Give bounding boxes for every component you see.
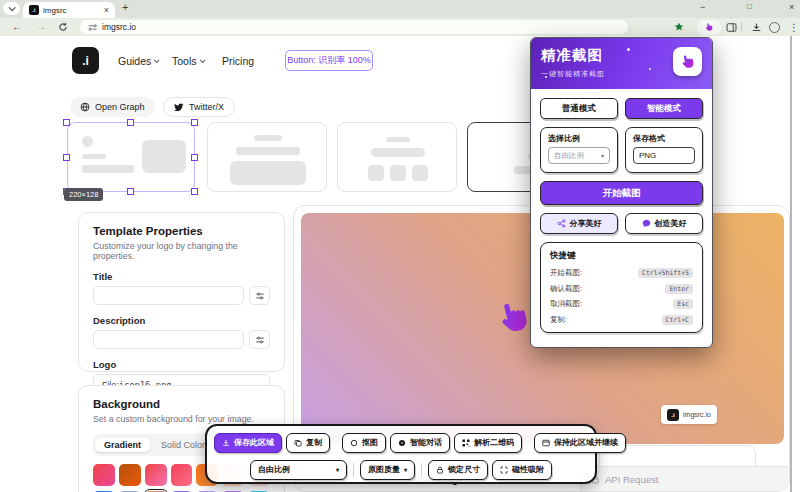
cutout-button[interactable]: 抠图 bbox=[342, 433, 386, 453]
title-options-button[interactable] bbox=[249, 286, 270, 305]
skeleton-line bbox=[236, 147, 300, 155]
tab-close-icon[interactable]: × bbox=[104, 6, 109, 15]
browser-tab[interactable]: .i imgsrc × bbox=[23, 2, 115, 18]
skeleton-line bbox=[254, 135, 282, 141]
gradient-swatch[interactable] bbox=[145, 464, 167, 486]
start-capture-button[interactable]: 开始截图 bbox=[540, 181, 703, 205]
star-icon bbox=[674, 22, 684, 32]
chat-bubble-icon bbox=[398, 439, 406, 447]
tab-twitter-x[interactable]: Twitter/X bbox=[163, 97, 235, 117]
selection-handle[interactable] bbox=[191, 188, 198, 195]
minimize-button[interactable]: − bbox=[700, 2, 705, 12]
forward-button[interactable]: → bbox=[36, 21, 46, 32]
normal-mode-button[interactable]: 普通模式 bbox=[540, 98, 618, 119]
selection-handle[interactable] bbox=[63, 119, 70, 126]
screenshot-extension-icon bbox=[704, 22, 714, 32]
browser-menu-button[interactable]: ⋮ bbox=[787, 20, 800, 34]
tab-open-graph[interactable]: Open Graph bbox=[70, 97, 155, 117]
screenshot-root: .i imgsrc × + − □ × ← → imgsrc.io bbox=[0, 0, 800, 492]
bookmark-star-icon[interactable] bbox=[672, 20, 686, 34]
skeleton-block bbox=[390, 165, 406, 181]
selection-handle[interactable] bbox=[127, 188, 134, 195]
chat-icon bbox=[642, 219, 651, 228]
page-scrollbar[interactable] bbox=[790, 36, 792, 492]
quality-dropdown[interactable]: 原图质量 ▾ bbox=[360, 460, 415, 480]
parse-qr-button[interactable]: 解析二维码 bbox=[454, 433, 522, 453]
side-panel-button[interactable] bbox=[724, 20, 738, 34]
maximize-button[interactable]: □ bbox=[747, 2, 752, 11]
back-button[interactable]: ← bbox=[12, 21, 22, 32]
nav-item-guides[interactable]: Guides bbox=[118, 55, 158, 67]
save-region-button[interactable]: 保存此区域 bbox=[214, 433, 282, 453]
gradient-swatch[interactable] bbox=[171, 464, 193, 486]
smart-chat-button[interactable]: 智能对话 bbox=[390, 433, 450, 453]
chevron-down-icon bbox=[154, 57, 160, 63]
extension-pinned-button[interactable] bbox=[697, 20, 721, 35]
selection-size-badge: 220×128 bbox=[64, 188, 103, 201]
browser-toolbar: ← → imgsrc.io ⋮ bbox=[0, 18, 800, 36]
save-icon bbox=[222, 439, 230, 447]
browser-tab-strip: .i imgsrc × + − □ × bbox=[0, 0, 800, 18]
sparkle-icon bbox=[627, 48, 630, 51]
ratio-select[interactable]: 自由比例 ▾ bbox=[548, 147, 610, 164]
share-icon bbox=[557, 219, 566, 228]
selection-handle[interactable] bbox=[191, 154, 198, 161]
site-logo[interactable]: .i bbox=[72, 47, 99, 74]
description-options-button[interactable] bbox=[249, 330, 270, 349]
template-card[interactable] bbox=[207, 122, 327, 192]
qr-code-icon bbox=[462, 439, 470, 447]
downloads-button[interactable] bbox=[749, 20, 763, 34]
share-button[interactable]: 分享美好 bbox=[540, 213, 618, 234]
panel-title: Template Properties bbox=[93, 225, 270, 237]
skeleton-line bbox=[82, 165, 134, 173]
tab-search-button[interactable] bbox=[3, 2, 20, 15]
popup-header: 精准截图 一键智能精准截图 bbox=[531, 38, 712, 89]
ratio-dropdown[interactable]: 自由比例 ▾ bbox=[250, 460, 347, 480]
chevron-down-icon bbox=[9, 4, 16, 11]
chevron-down-icon: ▾ bbox=[404, 466, 407, 473]
nav-item-tools[interactable]: Tools bbox=[172, 55, 204, 67]
template-card-selected-region[interactable] bbox=[67, 122, 195, 192]
logo-field-label: Logo bbox=[93, 359, 270, 370]
download-icon bbox=[751, 22, 762, 33]
magnetic-snap-button[interactable]: 磁性吸附 bbox=[492, 460, 552, 480]
panel-title: Background bbox=[93, 398, 270, 410]
favicon-icon: .i bbox=[29, 5, 39, 15]
gradient-swatch[interactable] bbox=[119, 464, 141, 486]
api-request-button[interactable]: API Request bbox=[581, 467, 789, 491]
imgsrc-watermark-text: imgsrc.io bbox=[683, 411, 711, 418]
format-input[interactable]: PNG bbox=[633, 147, 695, 164]
gradient-swatch[interactable] bbox=[93, 464, 115, 486]
keep-region-continue-button[interactable]: 保持此区域并继续 bbox=[534, 433, 626, 453]
sliders-icon bbox=[255, 291, 265, 301]
create-button[interactable]: 创造美好 bbox=[625, 213, 703, 234]
window-grid-icon bbox=[542, 439, 550, 447]
selection-handle[interactable] bbox=[63, 154, 70, 161]
skeleton-image bbox=[142, 140, 186, 173]
shortcut-key: Ctrl+C bbox=[662, 315, 693, 325]
new-tab-button[interactable]: + bbox=[122, 1, 128, 13]
title-input[interactable] bbox=[93, 286, 244, 305]
profile-button[interactable] bbox=[767, 20, 781, 34]
skeleton-line bbox=[82, 154, 106, 159]
window-close-button[interactable]: × bbox=[789, 2, 794, 12]
smart-mode-button[interactable]: 智能模式 bbox=[625, 98, 703, 119]
tab-gradient[interactable]: Gradient bbox=[95, 438, 150, 452]
lock-size-button[interactable]: 锁定尺寸 bbox=[428, 460, 488, 480]
ratio-setting-box: 选择比例 自由比例 ▾ bbox=[540, 127, 618, 173]
shortcut-key: Ctrl+Shift+S bbox=[638, 268, 693, 278]
shortcut-label: 取消截图: bbox=[550, 299, 582, 309]
selection-handle[interactable] bbox=[191, 119, 198, 126]
side-panel-icon bbox=[726, 22, 737, 33]
panel-subtitle: Set a custom background for your image. bbox=[93, 414, 270, 424]
description-input[interactable] bbox=[93, 330, 244, 349]
reload-button[interactable] bbox=[56, 20, 70, 34]
template-card[interactable] bbox=[337, 122, 457, 192]
selection-handle[interactable] bbox=[127, 119, 134, 126]
nav-item-pricing[interactable]: Pricing bbox=[222, 55, 254, 67]
format-label: 保存格式 bbox=[633, 133, 695, 144]
copy-button[interactable]: 复制 bbox=[286, 433, 330, 453]
url-bar[interactable]: imgsrc.io bbox=[80, 20, 628, 34]
url-text: imgsrc.io bbox=[102, 22, 136, 32]
chevron-down-icon: ▾ bbox=[336, 466, 339, 473]
